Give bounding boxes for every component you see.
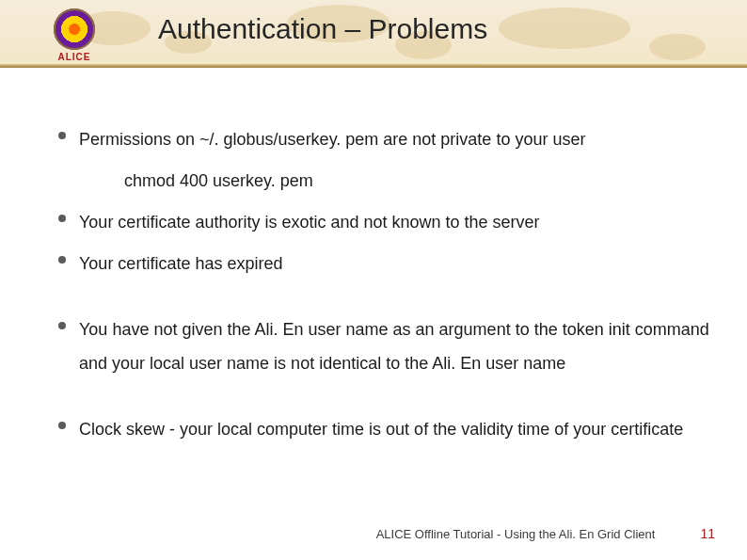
svg-point-4	[499, 8, 630, 49]
bullet-text: Your certificate has expired	[79, 247, 282, 280]
spacer	[58, 388, 709, 412]
bullet-icon	[58, 322, 66, 329]
bullet-item: Clock skew - your local computer time is…	[58, 412, 709, 446]
page-number: 11	[700, 526, 715, 541]
bullet-text: Clock skew - your local computer time is…	[79, 412, 683, 446]
spacer	[58, 288, 709, 312]
header-bar: ALICE Authentication – Problems	[0, 0, 747, 68]
slide-title: Authentication – Problems	[158, 13, 487, 45]
alice-logo: ALICE	[45, 6, 103, 64]
bullet-text: Permissions on ~/. globus/userkey. pem a…	[79, 122, 585, 156]
bullet-item: You have not given the Ali. En user name…	[58, 312, 709, 380]
content-area: Permissions on ~/. globus/userkey. pem a…	[58, 122, 709, 454]
bullet-text: You have not given the Ali. En user name…	[79, 312, 709, 380]
svg-point-5	[649, 34, 706, 60]
slide: ALICE Authentication – Problems Permissi…	[0, 0, 747, 560]
footer: ALICE Offline Tutorial - Using the Ali. …	[376, 526, 715, 541]
bullet-text: Your certificate authority is exotic and…	[79, 205, 540, 239]
bullet-item: Your certificate has expired	[58, 247, 709, 280]
bullet-item: Your certificate authority is exotic and…	[58, 205, 709, 239]
bullet-item: Permissions on ~/. globus/userkey. pem a…	[58, 122, 709, 156]
alice-logo-label: ALICE	[58, 52, 91, 62]
bullet-icon	[58, 256, 66, 264]
footer-text: ALICE Offline Tutorial - Using the Ali. …	[376, 527, 656, 541]
bullet-icon	[58, 422, 66, 429]
bullet-icon	[58, 215, 66, 222]
alice-logo-icon	[54, 8, 95, 50]
bullet-subtext: chmod 400 userkey. pem	[124, 164, 709, 198]
bullet-icon	[58, 132, 66, 139]
